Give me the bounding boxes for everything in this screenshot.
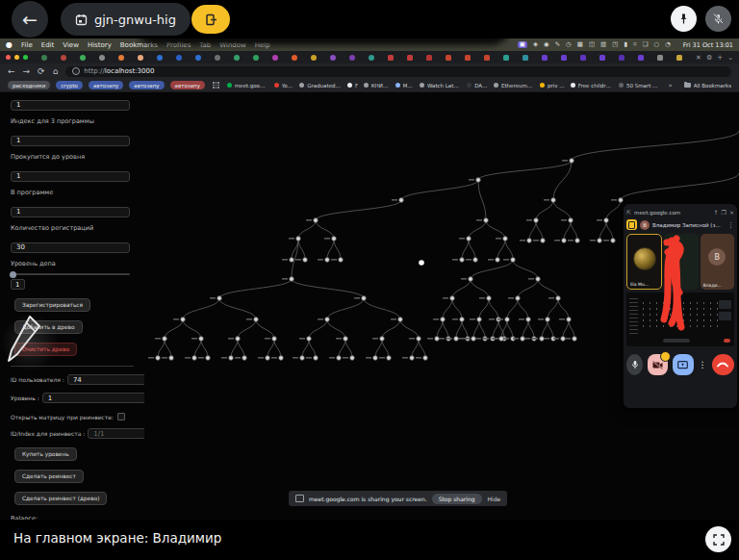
tree-node[interactable]: [314, 356, 319, 361]
bookmark-item[interactable]: КНИГИ ТУТ: [364, 83, 390, 89]
tree-node[interactable]: [296, 237, 301, 242]
tab-favicon[interactable]: [580, 55, 586, 61]
tree-node[interactable]: [511, 337, 516, 342]
tab-favicon[interactable]: [176, 55, 182, 61]
bookmark-item[interactable]: Fig: [347, 83, 358, 89]
tree-node[interactable]: [410, 356, 415, 361]
tree-node[interactable]: [511, 258, 516, 263]
level-input[interactable]: [42, 393, 144, 403]
tab-favicon[interactable]: [503, 55, 509, 61]
in-program-input[interactable]: [11, 207, 130, 217]
upgrade-to-level-input[interactable]: [11, 171, 130, 182]
reinvest-id-index-input[interactable]: [88, 428, 144, 439]
tree-node[interactable]: [325, 318, 330, 322]
bookmarks-overflow-icon[interactable]: »: [668, 82, 672, 89]
mic-button[interactable]: [626, 354, 643, 375]
leave-meeting-button[interactable]: [191, 5, 230, 34]
tab-favicon[interactable]: [253, 55, 259, 61]
tab-favicon[interactable]: [80, 55, 86, 61]
tab-favicon[interactable]: [542, 55, 548, 61]
tab-favicon[interactable]: [61, 55, 66, 61]
apple-menu-icon[interactable]: ●: [6, 40, 13, 49]
grid-icon[interactable]: ▥: [600, 41, 606, 48]
window-icon[interactable]: ◫: [589, 41, 595, 48]
tab-favicon[interactable]: [215, 55, 220, 61]
bookmark-item[interactable]: YouTube: [274, 83, 294, 89]
tab-control-icon[interactable]: ✕: [696, 54, 701, 62]
more-options-icon[interactable]: ⋮: [727, 221, 734, 229]
user-id-input[interactable]: [67, 374, 144, 385]
tree-node[interactable]: [546, 318, 550, 322]
forward-nav-icon[interactable]: →: [23, 67, 31, 76]
tree-node[interactable]: [350, 356, 355, 361]
tree-node[interactable]: [314, 218, 319, 223]
bookmark-chip[interactable]: crypto: [56, 81, 83, 89]
back-nav-icon[interactable]: ←: [8, 67, 15, 76]
tree-node[interactable]: [619, 198, 624, 203]
tree-node[interactable]: [454, 337, 459, 342]
tree-node[interactable]: [573, 337, 577, 342]
copy-icon[interactable]: ❏: [643, 41, 649, 48]
menubar-item-file[interactable]: File: [21, 41, 33, 49]
reinvest-button[interactable]: Сделать реинвест: [14, 470, 84, 483]
tree-node[interactable]: [460, 318, 465, 322]
hide-toast-button[interactable]: Hide: [488, 496, 501, 502]
minimize-window-button[interactable]: [14, 55, 19, 60]
keyboard-icon[interactable]: ⌗: [633, 41, 637, 48]
tab-favicon[interactable]: [561, 55, 567, 61]
pencil-icon[interactable]: ✎: [555, 41, 560, 48]
tree-node[interactable]: [290, 277, 294, 282]
tree-node[interactable]: [181, 318, 186, 322]
tree-node[interactable]: [337, 356, 342, 361]
tree-node[interactable]: [484, 218, 489, 223]
tree-node[interactable]: [423, 356, 428, 361]
tree-node[interactable]: [229, 356, 234, 361]
tab-favicon[interactable]: [369, 55, 374, 61]
tree-node[interactable]: [534, 218, 539, 223]
tree-node[interactable]: [469, 277, 473, 282]
tree-node[interactable]: [399, 198, 404, 203]
tree-node[interactable]: [551, 337, 556, 342]
tree-node[interactable]: [556, 296, 561, 301]
tree-node[interactable]: [380, 337, 385, 342]
reinvest-tree-button[interactable]: Сделать реинвест (древо): [14, 492, 107, 505]
tree-node[interactable]: [206, 356, 211, 361]
tab-favicon[interactable]: [195, 55, 201, 61]
tree-node[interactable]: [325, 258, 330, 263]
tree-node[interactable]: [483, 337, 488, 342]
back-button[interactable]: ←: [12, 1, 48, 38]
camera-off-button[interactable]: [648, 354, 668, 375]
reload-icon[interactable]: ⟳: [38, 67, 45, 76]
tree-node[interactable]: [156, 356, 161, 361]
tree-node[interactable]: [417, 337, 421, 342]
tree-node[interactable]: [254, 318, 259, 322]
tab-favicon[interactable]: [330, 55, 336, 61]
end-call-button[interactable]: [712, 354, 734, 375]
tree-node[interactable]: [236, 337, 241, 342]
tree-node[interactable]: [611, 239, 616, 243]
tree-node[interactable]: [266, 356, 270, 361]
tree-node[interactable]: [551, 198, 556, 203]
tree-node[interactable]: [441, 318, 446, 322]
open-matrix-on-reinvest-checkbox[interactable]: [117, 413, 125, 420]
tab-favicon[interactable]: [157, 55, 163, 61]
tab-favicon[interactable]: [349, 55, 355, 61]
tree-node[interactable]: [496, 258, 500, 263]
bookmark-item[interactable]: DAS calc: [467, 83, 488, 89]
popout-icon[interactable]: ❐: [722, 210, 726, 216]
tab-control-icon[interactable]: ⚙: [706, 54, 712, 62]
tab-favicon[interactable]: [676, 55, 682, 61]
tree-node[interactable]: [398, 318, 403, 322]
participant-tile[interactable]: B Влади...: [701, 234, 734, 290]
tree-node[interactable]: [467, 237, 471, 242]
tab-control-icon[interactable]: +: [717, 54, 723, 62]
tab-favicon[interactable]: [407, 55, 413, 61]
tab-favicon[interactable]: [311, 55, 317, 61]
eye-icon[interactable]: ◉: [544, 41, 549, 48]
tab-favicon[interactable]: [118, 55, 124, 61]
tab-favicon[interactable]: [99, 55, 105, 61]
tree-node[interactable]: [373, 356, 378, 361]
tab-favicon[interactable]: [638, 55, 644, 61]
bookmark-item[interactable]: priv to pub: [540, 83, 565, 89]
tree-node[interactable]: [471, 337, 476, 342]
